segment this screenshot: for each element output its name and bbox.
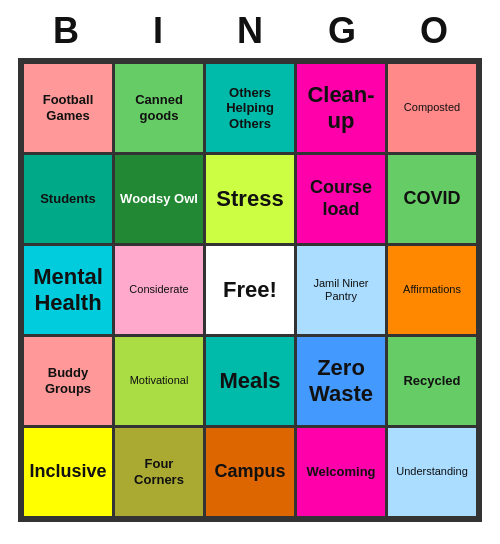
bingo-cell: Considerate bbox=[115, 246, 203, 334]
bingo-cell: Woodsy Owl bbox=[115, 155, 203, 243]
bingo-cell: Stress bbox=[206, 155, 294, 243]
bingo-cell: Meals bbox=[206, 337, 294, 425]
bingo-cell: Jamil Niner Pantry bbox=[297, 246, 385, 334]
letter-g: G bbox=[302, 10, 382, 52]
bingo-title: B I N G O bbox=[20, 0, 480, 58]
bingo-cell: Campus bbox=[206, 428, 294, 516]
bingo-cell: Welcoming bbox=[297, 428, 385, 516]
bingo-cell: Zero Waste bbox=[297, 337, 385, 425]
bingo-cell: Four Corners bbox=[115, 428, 203, 516]
bingo-cell: Motivational bbox=[115, 337, 203, 425]
letter-n: N bbox=[210, 10, 290, 52]
bingo-cell: Understanding bbox=[388, 428, 476, 516]
bingo-cell: Course load bbox=[297, 155, 385, 243]
bingo-cell: Students bbox=[24, 155, 112, 243]
bingo-cell: Clean-up bbox=[297, 64, 385, 152]
bingo-cell: Football Games bbox=[24, 64, 112, 152]
letter-i: I bbox=[118, 10, 198, 52]
bingo-cell: Others Helping Others bbox=[206, 64, 294, 152]
bingo-cell: Inclusive bbox=[24, 428, 112, 516]
bingo-grid: Football GamesCanned goodsOthers Helping… bbox=[18, 58, 482, 522]
bingo-cell: COVID bbox=[388, 155, 476, 243]
bingo-cell: Buddy Groups bbox=[24, 337, 112, 425]
letter-b: B bbox=[26, 10, 106, 52]
bingo-cell: Canned goods bbox=[115, 64, 203, 152]
bingo-cell: Free! bbox=[206, 246, 294, 334]
bingo-cell: Composted bbox=[388, 64, 476, 152]
bingo-cell: Mental Health bbox=[24, 246, 112, 334]
bingo-cell: Affirmations bbox=[388, 246, 476, 334]
letter-o: O bbox=[394, 10, 474, 52]
bingo-cell: Recycled bbox=[388, 337, 476, 425]
